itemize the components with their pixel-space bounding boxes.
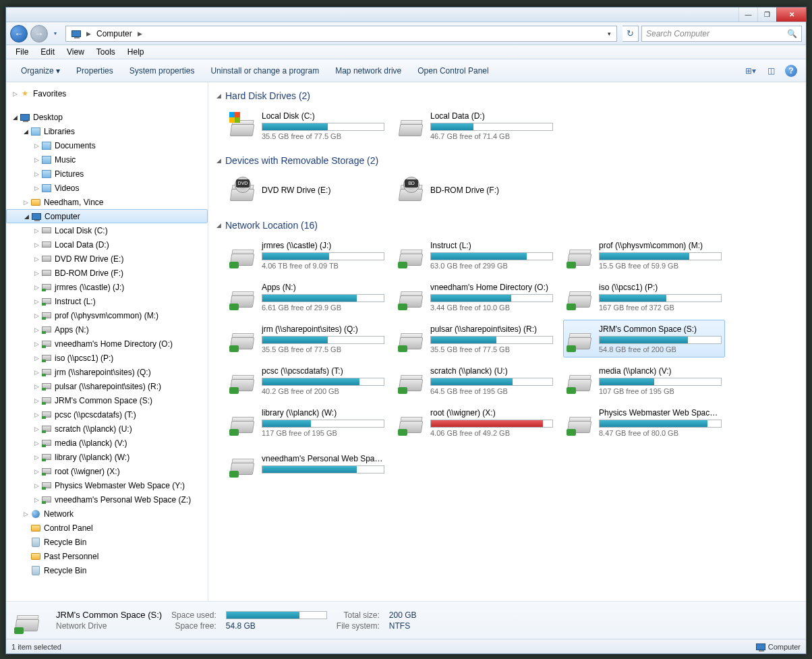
address-bar[interactable]: ▶ Computer ▶ ▾ <box>65 26 617 42</box>
optical-drive-tile[interactable]: DVDDVD RW Drive (E:) <box>226 171 388 209</box>
tree-drive-12[interactable]: ▷JRM's Common Space (S:) <box>6 393 208 407</box>
menu-edit[interactable]: Edit <box>35 46 60 58</box>
tree-control-panel[interactable]: Control Panel <box>6 521 208 535</box>
expander-icon[interactable]: ▷ <box>32 312 41 319</box>
expander-icon[interactable]: ▷ <box>32 355 41 362</box>
group-hdd[interactable]: ◢Hard Disk Drives (2) <box>216 86 798 107</box>
group-network[interactable]: ◢Network Location (16) <box>216 216 798 236</box>
tree-drive-2[interactable]: ▷DVD RW Drive (E:) <box>6 252 208 266</box>
expander-icon[interactable]: ▷ <box>32 426 41 432</box>
tree-network[interactable]: ▷Network <box>6 507 208 521</box>
tree-drive-13[interactable]: ▷pcsc (\\pcscdatafs) (T:) <box>6 407 208 422</box>
network-drive-tile[interactable]: Physics Webmaster Web Space (Y:)8.47 GB … <box>563 403 725 441</box>
expander-icon[interactable]: ▷ <box>32 496 41 503</box>
expander-icon[interactable]: ▷ <box>32 227 41 234</box>
menu-file[interactable]: File <box>10 46 34 58</box>
tree-drive-1[interactable]: ▷Local Data (D:) <box>6 237 208 252</box>
address-dropdown[interactable]: ▾ <box>603 30 615 37</box>
expander-icon[interactable]: ▷ <box>32 482 41 489</box>
expander-icon[interactable]: ▷ <box>32 468 41 475</box>
expander-icon[interactable]: ▷ <box>10 90 20 97</box>
network-drive-tile[interactable]: pulsar (\\sharepoint\sites) (R:)35.5 GB … <box>395 320 556 357</box>
menu-help[interactable]: Help <box>122 46 150 58</box>
preview-pane-button[interactable]: ◫ <box>763 63 779 79</box>
tree-libraries[interactable]: ◢Libraries <box>6 124 208 138</box>
network-drive-tile[interactable]: library (\\planck) (W:)117 GB free of 19… <box>226 403 388 441</box>
breadcrumb-computer[interactable]: Computer <box>92 26 136 41</box>
minimize-button[interactable]: — <box>738 7 757 22</box>
network-drive-tile[interactable]: media (\\planck) (V:)107 GB free of 195 … <box>563 362 725 399</box>
expander-icon[interactable]: ▷ <box>32 326 41 333</box>
toolbar-open-control-panel[interactable]: Open Control Panel <box>409 63 496 78</box>
expander-icon[interactable]: ▷ <box>32 270 41 277</box>
network-drive-tile[interactable]: iso (\\pcsc1) (P:)167 GB free of 372 GB <box>563 278 725 316</box>
expander-icon[interactable]: ▷ <box>32 369 41 376</box>
expander-icon[interactable]: ▷ <box>32 142 41 149</box>
navigation-pane[interactable]: ▷★Favorites◢Desktop◢Libraries▷Documents▷… <box>6 82 208 601</box>
view-options-button[interactable]: ⊞▾ <box>743 63 759 79</box>
group-removable[interactable]: ◢Devices with Removable Storage (2) <box>216 151 798 171</box>
expander-icon[interactable]: ▷ <box>32 256 41 262</box>
tree-drive-4[interactable]: ▷jrmres (\\castle) (J:) <box>6 280 208 294</box>
drive-tile[interactable]: Local Disk (C:)35.5 GB free of 77.5 GB <box>226 107 388 144</box>
chevron-right-icon[interactable]: ▶ <box>85 30 92 37</box>
tree-drive-15[interactable]: ▷media (\\planck) (V:) <box>6 436 208 450</box>
expander-icon[interactable]: ▷ <box>32 440 41 447</box>
network-drive-tile[interactable]: jrm (\\sharepoint\sites) (Q:)35.5 GB fre… <box>226 320 388 357</box>
expander-icon[interactable]: ▷ <box>32 454 41 461</box>
network-drive-tile[interactable]: pcsc (\\pcscdatafs) (T:)40.2 GB free of … <box>226 362 388 399</box>
tree-drive-16[interactable]: ▷library (\\planck) (W:) <box>6 450 208 464</box>
network-drive-tile[interactable]: vneedham's Personal Web Space (Z:) <box>226 445 388 483</box>
help-button[interactable]: ? <box>783 63 799 79</box>
tree-drive-0[interactable]: ▷Local Disk (C:) <box>6 223 208 237</box>
expander-icon[interactable]: ▷ <box>32 171 41 177</box>
tree-favorites[interactable]: ▷★Favorites <box>6 86 208 101</box>
forward-button[interactable]: → <box>30 25 48 42</box>
back-button[interactable]: ← <box>10 25 28 42</box>
close-button[interactable]: ✕ <box>776 7 806 22</box>
expander-icon[interactable]: ▷ <box>32 383 41 390</box>
expander-icon[interactable]: ▷ <box>32 298 41 305</box>
network-drive-tile[interactable]: JRM's Common Space (S:)54.8 GB free of 2… <box>563 320 725 357</box>
network-drive-tile[interactable]: jrmres (\\castle) (J:)4.06 TB free of 9.… <box>226 236 388 274</box>
network-drive-tile[interactable]: Instruct (L:)63.0 GB free of 299 GB <box>395 236 556 274</box>
network-drive-tile[interactable]: vneedham's Home Directory (O:)3.44 GB fr… <box>395 278 556 316</box>
tree-drive-9[interactable]: ▷iso (\\pcsc1) (P:) <box>6 351 208 365</box>
optical-drive-tile[interactable]: BDBD-ROM Drive (F:) <box>395 171 556 209</box>
expander-icon[interactable]: ◢ <box>10 114 20 121</box>
expander-icon[interactable]: ▷ <box>21 511 30 517</box>
drive-tile[interactable]: Local Data (D:)46.7 GB free of 71.4 GB <box>395 107 556 144</box>
menu-tools[interactable]: Tools <box>91 46 121 58</box>
network-drive-tile[interactable]: Apps (N:)6.61 GB free of 29.9 GB <box>226 278 388 316</box>
expander-icon[interactable]: ▷ <box>21 199 30 206</box>
content-pane[interactable]: ◢Hard Disk Drives (2)Local Disk (C:)35.5… <box>208 82 806 601</box>
tree-drive-17[interactable]: ▷root (\\wigner) (X:) <box>6 464 208 478</box>
expander-icon[interactable]: ▷ <box>32 341 41 347</box>
network-drive-tile[interactable]: prof (\\physvm\common) (M:)15.5 GB free … <box>563 236 725 274</box>
tree-drive-6[interactable]: ▷prof (\\physvm\common) (M:) <box>6 308 208 322</box>
tree-lib-videos[interactable]: ▷Videos <box>6 181 208 195</box>
expander-icon[interactable]: ▷ <box>32 156 41 163</box>
tree-drive-14[interactable]: ▷scratch (\\planck) (U:) <box>6 422 208 436</box>
maximize-button[interactable]: ❐ <box>757 7 776 22</box>
tree-recycle-2[interactable]: Recycle Bin <box>6 563 208 577</box>
toolbar-uninstall-or-change-a-program[interactable]: Uninstall or change a program <box>202 63 327 78</box>
toolbar-properties[interactable]: Properties <box>68 63 121 78</box>
chevron-right-icon[interactable]: ▶ <box>136 30 144 37</box>
tree-drive-18[interactable]: ▷Physics Webmaster Web Space (Y:) <box>6 478 208 492</box>
toolbar-map-network-drive[interactable]: Map network drive <box>327 63 409 78</box>
expander-icon[interactable]: ▷ <box>32 284 41 291</box>
tree-past-personnel[interactable]: Past Personnel <box>6 549 208 563</box>
tree-recycle-1[interactable]: Recycle Bin <box>6 535 208 549</box>
tree-user[interactable]: ▷Needham, Vince <box>6 195 208 209</box>
menu-view[interactable]: View <box>61 46 90 58</box>
organize-button[interactable]: Organize ▾ <box>13 63 68 78</box>
tree-computer[interactable]: ◢Computer <box>6 209 208 223</box>
network-drive-tile[interactable]: scratch (\\planck) (U:)64.5 GB free of 1… <box>395 362 556 399</box>
expander-icon[interactable]: ▷ <box>32 411 41 418</box>
toolbar-system-properties[interactable]: System properties <box>121 63 203 78</box>
tree-lib-music[interactable]: ▷Music <box>6 152 208 167</box>
tree-drive-10[interactable]: ▷jrm (\\sharepoint\sites) (Q:) <box>6 365 208 379</box>
tree-drive-8[interactable]: ▷vneedham's Home Directory (O:) <box>6 337 208 351</box>
tree-lib-pictures[interactable]: ▷Pictures <box>6 167 208 181</box>
